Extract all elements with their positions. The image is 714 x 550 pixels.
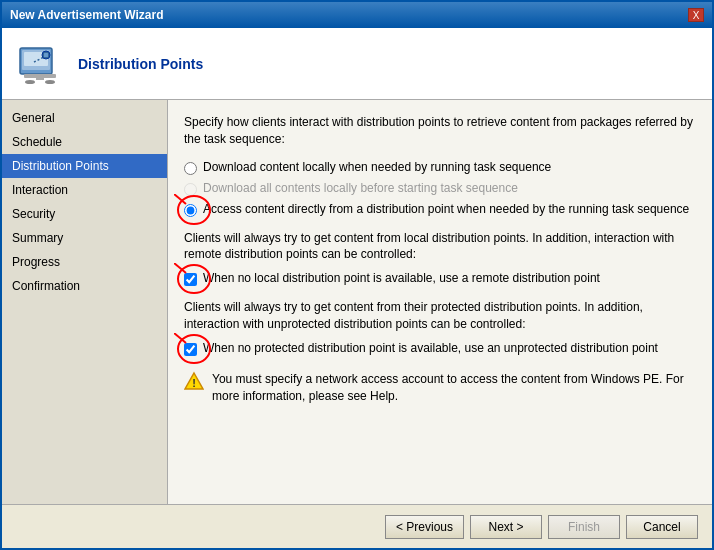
wizard-header: Distribution Points	[2, 28, 712, 100]
checkbox-remote-dp-label[interactable]: When no local distribution point is avai…	[203, 271, 600, 285]
sidebar-item-summary[interactable]: Summary	[2, 226, 167, 250]
header-title: Distribution Points	[78, 56, 203, 72]
checkbox-unprotected-dp[interactable]	[184, 343, 197, 356]
window-title: New Advertisement Wizard	[10, 8, 164, 22]
warning-box: ! You must specify a network access acco…	[184, 371, 696, 405]
sidebar-item-schedule[interactable]: Schedule	[2, 130, 167, 154]
header-icon	[16, 40, 64, 88]
description-text: Specify how clients interact with distri…	[184, 114, 696, 148]
sidebar-item-security[interactable]: Security	[2, 202, 167, 226]
svg-rect-6	[36, 76, 44, 80]
checkbox-unprotected-dp-label[interactable]: When no protected distribution point is …	[203, 341, 658, 355]
footer: < Previous Next > Finish Cancel	[2, 504, 712, 548]
radio-download-all[interactable]	[184, 183, 197, 196]
sidebar: General Schedule Distribution Points Int…	[2, 100, 168, 504]
sidebar-item-confirmation[interactable]: Confirmation	[2, 274, 167, 298]
radio-download-locally[interactable]	[184, 162, 197, 175]
radio-download-all-label: Download all contents locally before sta…	[203, 181, 518, 195]
section2-text: Clients will always try to get content f…	[184, 299, 696, 333]
next-button[interactable]: Next >	[470, 515, 542, 539]
warning-text: You must specify a network access accoun…	[212, 371, 696, 405]
radio-download-locally-label[interactable]: Download content locally when needed by …	[203, 160, 551, 174]
svg-line-15	[174, 333, 186, 343]
svg-point-5	[45, 80, 55, 84]
sidebar-item-general[interactable]: General	[2, 106, 167, 130]
previous-button[interactable]: < Previous	[385, 515, 464, 539]
svg-point-4	[25, 80, 35, 84]
close-button[interactable]: X	[688, 8, 704, 22]
sidebar-item-interaction[interactable]: Interaction	[2, 178, 167, 202]
radio-access-directly[interactable]	[184, 204, 197, 217]
sidebar-item-distribution-points[interactable]: Distribution Points	[2, 154, 167, 178]
section1-text: Clients will always try to get content f…	[184, 230, 696, 264]
sidebar-item-progress[interactable]: Progress	[2, 250, 167, 274]
warning-icon: !	[184, 371, 204, 396]
content-area: General Schedule Distribution Points Int…	[2, 100, 712, 504]
svg-rect-9	[44, 53, 48, 57]
checkbox-remote-dp[interactable]	[184, 273, 197, 286]
radio-option-2: Download all contents locally before sta…	[184, 181, 696, 196]
main-panel: Specify how clients interact with distri…	[168, 100, 712, 504]
svg-text:!: !	[192, 377, 196, 389]
cancel-button[interactable]: Cancel	[626, 515, 698, 539]
svg-line-13	[174, 263, 186, 273]
wizard-window: New Advertisement Wizard X Distribution …	[0, 0, 714, 550]
radio-access-directly-label[interactable]: Access content directly from a distribut…	[203, 202, 689, 216]
radio-option-1: Download content locally when needed by …	[184, 160, 696, 175]
finish-button[interactable]: Finish	[548, 515, 620, 539]
title-bar: New Advertisement Wizard X	[2, 2, 712, 28]
